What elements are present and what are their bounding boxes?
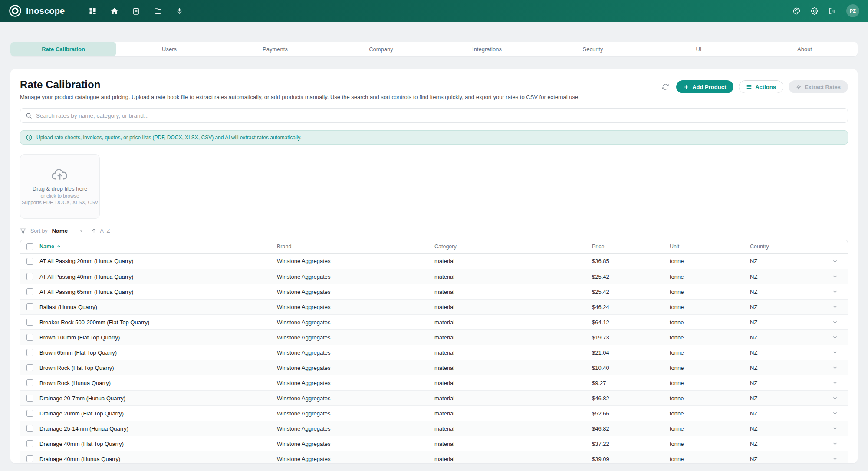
row-expand-chevron-down-icon[interactable] xyxy=(827,334,848,340)
cell-brand: Winstone Aggregates xyxy=(277,425,434,432)
cell-category: material xyxy=(434,334,592,341)
table-row[interactable]: Ballast (Hunua Quarry) Winstone Aggregat… xyxy=(20,299,848,314)
sort-direction-toggle[interactable]: A–Z xyxy=(91,228,110,234)
tab-payments[interactable]: Payments xyxy=(222,42,328,56)
table-row[interactable]: Drainage 40mm (Hunua Quarry) Winstone Ag… xyxy=(20,451,848,463)
table-row[interactable]: AT All Passing 20mm (Hunua Quarry) Winst… xyxy=(20,254,848,269)
row-checkbox[interactable] xyxy=(26,455,33,462)
row-expand-chevron-down-icon[interactable] xyxy=(827,349,848,356)
tab-security[interactable]: Security xyxy=(540,42,646,56)
cell-brand: Winstone Aggregates xyxy=(277,319,434,326)
row-expand-chevron-down-icon[interactable] xyxy=(827,425,848,431)
column-header-price[interactable]: Price xyxy=(592,244,670,250)
actions-button[interactable]: Actions xyxy=(739,80,783,93)
column-header-brand[interactable]: Brand xyxy=(277,244,434,250)
select-all-checkbox[interactable] xyxy=(26,243,33,250)
refresh-icon[interactable] xyxy=(660,81,671,92)
row-checkbox[interactable] xyxy=(26,364,33,371)
file-dropzone[interactable]: Drag & drop files here or click to brows… xyxy=(20,154,100,219)
row-expand-chevron-down-icon[interactable] xyxy=(827,289,848,295)
table-row[interactable]: Drainage 20mm (Flat Top Quarry) Winstone… xyxy=(20,405,848,421)
table-row[interactable]: Drainage 25-14mm (Hunua Quarry) Winstone… xyxy=(20,421,848,436)
cell-brand: Winstone Aggregates xyxy=(277,334,434,341)
table-row[interactable]: Drainage 20-7mm (Hunua Quarry) Winstone … xyxy=(20,390,848,405)
cell-country: NZ xyxy=(750,334,827,341)
cell-price: $46.82 xyxy=(592,425,670,432)
tab-rate-calibration[interactable]: Rate Calibration xyxy=(10,42,116,56)
table-row[interactable]: AT All Passing 40mm (Hunua Quarry) Winst… xyxy=(20,269,848,284)
cell-category: material xyxy=(434,380,592,386)
row-checkbox[interactable] xyxy=(26,288,33,295)
cell-name: AT All Passing 20mm (Hunua Quarry) xyxy=(39,258,277,264)
clipboard-icon[interactable] xyxy=(132,7,140,15)
row-checkbox[interactable] xyxy=(26,440,33,447)
row-expand-chevron-down-icon[interactable] xyxy=(827,395,848,401)
table-row[interactable]: Brown Rock (Flat Top Quarry) Winstone Ag… xyxy=(20,360,848,375)
cell-country: NZ xyxy=(750,304,827,310)
settings-icon[interactable] xyxy=(811,7,818,15)
tab-integrations[interactable]: Integrations xyxy=(434,42,540,56)
search-input[interactable] xyxy=(36,112,842,119)
cell-country: NZ xyxy=(750,410,827,417)
tab-about[interactable]: About xyxy=(752,42,858,56)
cell-category: material xyxy=(434,365,592,371)
row-checkbox[interactable] xyxy=(26,379,33,386)
cell-price: $64.12 xyxy=(592,319,670,326)
cell-country: NZ xyxy=(750,365,827,371)
row-checkbox[interactable] xyxy=(26,273,33,280)
table-row[interactable]: Brown 65mm (Flat Top Quarry) Winstone Ag… xyxy=(20,345,848,360)
add-product-button[interactable]: Add Product xyxy=(676,80,733,93)
row-expand-chevron-down-icon[interactable] xyxy=(827,410,848,416)
palette-icon[interactable] xyxy=(793,7,800,15)
row-expand-chevron-down-icon[interactable] xyxy=(827,273,848,280)
column-header-country[interactable]: Country xyxy=(750,244,827,250)
table-row[interactable]: Drainage 40mm (Flat Top Quarry) Winstone… xyxy=(20,436,848,451)
row-expand-chevron-down-icon[interactable] xyxy=(827,319,848,325)
logout-icon[interactable] xyxy=(829,7,836,15)
row-expand-chevron-down-icon[interactable] xyxy=(827,380,848,386)
folder-icon[interactable] xyxy=(154,7,162,15)
extract-rates-button[interactable]: Extract Rates xyxy=(789,80,848,93)
row-expand-chevron-down-icon[interactable] xyxy=(827,365,848,371)
cell-country: NZ xyxy=(750,441,827,447)
cell-country: NZ xyxy=(750,258,827,264)
row-checkbox[interactable] xyxy=(26,258,33,265)
table-row[interactable]: Brown Rock (Hunua Quarry) Winstone Aggre… xyxy=(20,375,848,390)
row-checkbox[interactable] xyxy=(26,410,33,417)
row-expand-chevron-down-icon[interactable] xyxy=(827,441,848,447)
user-avatar[interactable]: PZ xyxy=(846,4,859,17)
cell-unit: tonne xyxy=(670,258,750,264)
row-checkbox[interactable] xyxy=(26,349,33,356)
column-header-category[interactable]: Category xyxy=(434,244,592,250)
cell-country: NZ xyxy=(750,289,827,295)
tab-users[interactable]: Users xyxy=(116,42,222,56)
dropzone-subtitle: or click to browse xyxy=(41,193,79,198)
column-header-unit[interactable]: Unit xyxy=(670,244,750,250)
home-icon[interactable] xyxy=(111,7,118,15)
cell-category: material xyxy=(434,258,592,264)
row-checkbox[interactable] xyxy=(26,334,33,341)
row-checkbox[interactable] xyxy=(26,319,33,326)
tab-ui[interactable]: UI xyxy=(646,42,752,56)
cell-unit: tonne xyxy=(670,289,750,295)
tab-company[interactable]: Company xyxy=(328,42,434,56)
page-header: Rate Calibration Manage your product cat… xyxy=(20,79,848,100)
cell-unit: tonne xyxy=(670,395,750,402)
table-row[interactable]: Breaker Rock 500-200mm (Flat Top Quarry)… xyxy=(20,314,848,329)
plus-icon xyxy=(684,84,689,90)
row-expand-chevron-down-icon[interactable] xyxy=(827,258,848,264)
cell-brand: Winstone Aggregates xyxy=(277,380,434,386)
row-expand-chevron-down-icon[interactable] xyxy=(827,456,848,462)
microphone-icon[interactable] xyxy=(176,7,183,15)
sort-field-select[interactable]: Name xyxy=(52,227,84,234)
row-expand-chevron-down-icon[interactable] xyxy=(827,304,848,310)
column-header-name[interactable]: Name xyxy=(39,244,277,250)
cell-price: $36.85 xyxy=(592,258,670,264)
table-row[interactable]: AT All Passing 65mm (Hunua Quarry) Winst… xyxy=(20,284,848,299)
row-checkbox[interactable] xyxy=(26,395,33,402)
cell-name: Ballast (Hunua Quarry) xyxy=(39,304,277,310)
row-checkbox[interactable] xyxy=(26,425,33,432)
dashboard-icon[interactable] xyxy=(89,7,96,15)
table-row[interactable]: Brown 100mm (Flat Top Quarry) Winstone A… xyxy=(20,329,848,345)
row-checkbox[interactable] xyxy=(26,303,33,310)
